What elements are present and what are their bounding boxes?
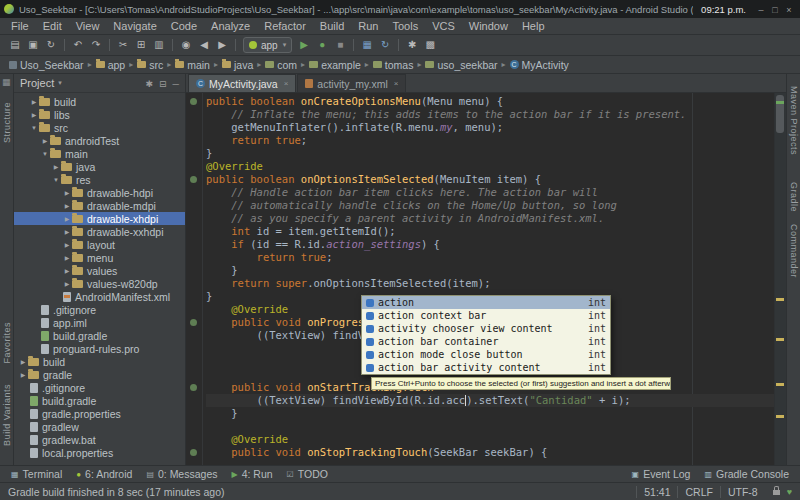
override-marker-icon[interactable] <box>190 319 197 326</box>
redo-icon[interactable]: ↷ <box>88 37 104 53</box>
tool-tab-4-run[interactable]: ▶4: Run <box>224 468 279 480</box>
stripe-mark[interactable] <box>776 338 784 341</box>
gear-icon[interactable]: ✱ <box>146 79 154 89</box>
tree-item-values-w820dp[interactable]: ▶values-w820dp <box>14 277 185 290</box>
find-icon[interactable]: ◉ <box>178 37 194 53</box>
tree-item-gradlew-bat[interactable]: gradlew.bat <box>14 433 185 446</box>
override-marker-icon[interactable] <box>190 98 197 105</box>
tree-item-gradle-properties[interactable]: gradle.properties <box>14 407 185 420</box>
completion-item-activity-chooser-view-content[interactable]: activity_chooser_view_contentint <box>362 322 610 335</box>
encoding-widget[interactable]: UTF-8 <box>720 486 765 498</box>
tool-tab-event-log[interactable]: ▣Event Log <box>625 468 698 480</box>
tree-item-app-iml[interactable]: app.iml <box>14 316 185 329</box>
tool-tab-0-messages[interactable]: ▤0: Messages <box>139 468 224 480</box>
close-button[interactable]: × <box>782 5 796 15</box>
menu-run[interactable]: Run <box>351 20 385 32</box>
menu-help[interactable]: Help <box>515 20 552 32</box>
breadcrumb-uso-seekbar[interactable]: Uso_Seekbar <box>9 59 84 71</box>
menu-vcs[interactable]: VCS <box>425 20 462 32</box>
breadcrumb-src[interactable]: src <box>137 59 163 71</box>
tool-button-commander[interactable]: Commander <box>789 224 799 278</box>
menu-build[interactable]: Build <box>313 20 351 32</box>
tree-item-libs[interactable]: ▶libs <box>14 108 185 121</box>
tree-item-build-gradle[interactable]: build.gradle <box>14 394 185 407</box>
override-marker-icon[interactable] <box>190 176 197 183</box>
tree-item-main[interactable]: ▼main <box>14 147 185 160</box>
editor-tab-myactivity-java[interactable]: MyActivity.java× <box>188 74 296 92</box>
breadcrumb-app[interactable]: app <box>96 59 126 71</box>
breadcrumb-tomas[interactable]: tomas <box>373 59 414 71</box>
stop-icon[interactable]: ■ <box>332 37 348 53</box>
tree-item-androidmanifest-xml[interactable]: AndroidManifest.xml <box>14 290 185 303</box>
breadcrumb-java[interactable]: java <box>222 59 253 71</box>
code-editor[interactable]: public boolean onCreateOptionsMenu(Menu … <box>186 93 786 465</box>
forward-icon[interactable]: ▶ <box>214 37 230 53</box>
menu-navigate[interactable]: Navigate <box>106 20 163 32</box>
stripe-mark[interactable] <box>776 298 784 301</box>
menu-file[interactable]: File <box>4 20 36 32</box>
tree-item-build[interactable]: ▶build <box>14 355 185 368</box>
completion-item-action-mode-close-button[interactable]: action_mode_close_buttonint <box>362 348 610 361</box>
tree-item-drawable-hdpi[interactable]: ▶drawable-hdpi <box>14 186 185 199</box>
breadcrumb-uso-seekbar[interactable]: uso_seekbar <box>425 59 497 71</box>
tree-item-drawable-mdpi[interactable]: ▶drawable-mdpi <box>14 199 185 212</box>
tree-item-gradle[interactable]: ▶gradle <box>14 368 185 381</box>
close-tab-icon[interactable]: × <box>394 79 399 88</box>
stripe-mark[interactable] <box>776 383 784 386</box>
menu-analyze[interactable]: Analyze <box>204 20 257 32</box>
hide-panel-icon[interactable]: ─ <box>173 79 179 89</box>
tree-item-layout[interactable]: ▶layout <box>14 238 185 251</box>
gradle-sync-icon[interactable]: ↻ <box>377 37 393 53</box>
menu-view[interactable]: View <box>69 20 107 32</box>
tool-tab-todo[interactable]: ☑TODO <box>280 468 335 480</box>
tool-button-structure[interactable]: Structure <box>2 102 12 143</box>
chevron-down-icon[interactable]: ▾ <box>58 79 62 87</box>
tree-item-gitignore[interactable]: .gitignore <box>14 381 185 394</box>
debug-icon[interactable]: ● <box>314 37 330 53</box>
menu-tools[interactable]: Tools <box>385 20 425 32</box>
save-all-icon[interactable]: ▣ <box>25 37 41 53</box>
tree-item-gradlew[interactable]: gradlew <box>14 420 185 433</box>
paste-icon[interactable]: ▥ <box>151 37 167 53</box>
override-marker-icon[interactable] <box>190 449 197 456</box>
tree-item-local-properties[interactable]: local.properties <box>14 446 185 459</box>
run-icon[interactable]: ▶ <box>296 37 312 53</box>
run-config-selector[interactable]: app▾ <box>243 37 292 53</box>
tool-button-build-variants[interactable]: Build Variants <box>2 384 12 446</box>
settings-icon[interactable]: ✱ <box>404 37 420 53</box>
editor-tab-activity-my-xml[interactable]: activity_my.xml× <box>297 74 406 92</box>
project-structure-icon[interactable]: ▩ <box>422 37 438 53</box>
avd-manager-icon[interactable]: ▦ <box>359 37 375 53</box>
menu-code[interactable]: Code <box>164 20 204 32</box>
sync-icon[interactable]: ↻ <box>43 37 59 53</box>
open-icon[interactable]: ▤ <box>7 37 23 53</box>
breadcrumb-myactivity[interactable]: MyActivity <box>510 59 569 71</box>
breadcrumb-main[interactable]: main <box>175 59 210 71</box>
menu-edit[interactable]: Edit <box>36 20 69 32</box>
line-separator-widget[interactable]: CRLF <box>677 486 719 498</box>
tree-item-drawable-xxhdpi[interactable]: ▶drawable-xxhdpi <box>14 225 185 238</box>
tool-tab-6-android[interactable]: ●6: Android <box>69 468 139 480</box>
breadcrumb-example[interactable]: example <box>309 59 361 71</box>
tree-item-proguard-rules-pro[interactable]: proguard-rules.pro <box>14 342 185 355</box>
tool-tab-terminal[interactable]: ▦Terminal <box>4 468 69 480</box>
tool-windows-icon[interactable]: ▦ <box>2 77 11 87</box>
tool-button-gradle[interactable]: Gradle <box>789 182 799 212</box>
tree-item-gitignore[interactable]: .gitignore <box>14 303 185 316</box>
tree-item-java[interactable]: ▶java <box>14 160 185 173</box>
caret-position-widget[interactable]: 51:41 <box>636 486 677 498</box>
close-tab-icon[interactable]: × <box>284 79 289 88</box>
tree-item-androidtest[interactable]: ▶androidTest <box>14 134 185 147</box>
tree-item-src[interactable]: ▼src <box>14 121 185 134</box>
undo-icon[interactable]: ↶ <box>70 37 86 53</box>
menu-window[interactable]: Window <box>462 20 515 32</box>
cut-icon[interactable]: ✂ <box>115 37 131 53</box>
minimize-button[interactable]: – <box>754 5 768 15</box>
lock-icon[interactable] <box>773 490 780 495</box>
back-icon[interactable]: ◀ <box>196 37 212 53</box>
maximize-button[interactable]: □ <box>768 5 782 15</box>
breadcrumb-com[interactable]: com <box>265 59 297 71</box>
stripe-mark[interactable] <box>776 415 784 418</box>
completion-item-action[interactable]: actionint <box>362 296 610 309</box>
completion-item-action-context-bar[interactable]: action_context_barint <box>362 309 610 322</box>
